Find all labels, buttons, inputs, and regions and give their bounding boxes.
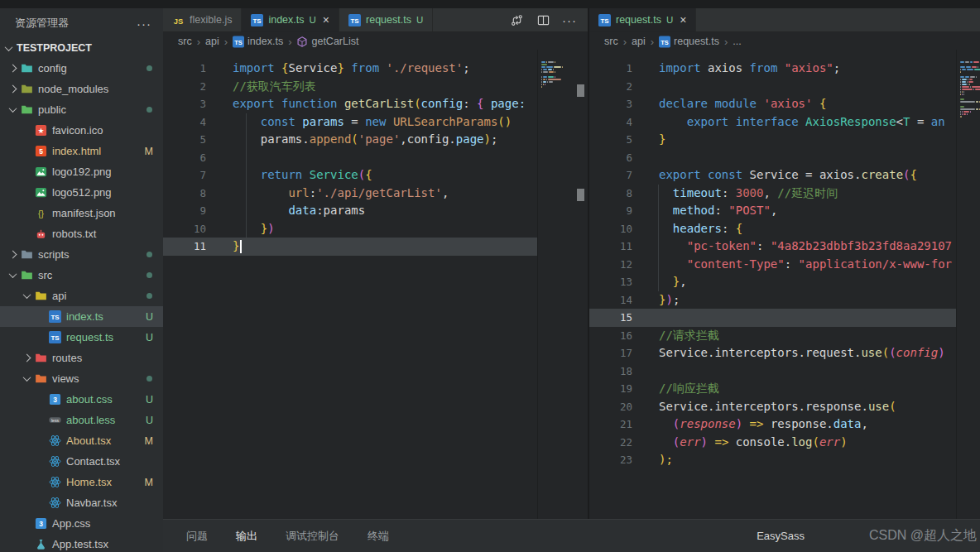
- breadcrumb-item[interactable]: TSindex.ts: [233, 36, 283, 47]
- code-text: import {Service} from './request';: [221, 60, 470, 78]
- breadcrumb-item[interactable]: api: [632, 36, 646, 47]
- code-line[interactable]: 5}: [589, 131, 957, 149]
- minimap-zone-left[interactable]: [537, 50, 588, 520]
- project-root-row[interactable]: TESTPROJECT: [0, 38, 163, 58]
- breadcrumb-item[interactable]: TSrequest.ts: [659, 36, 719, 47]
- tree-item-robots.txt[interactable]: robots.txt: [0, 223, 163, 244]
- code-line[interactable]: 4 export interface AxiosResponse<T = an: [589, 113, 957, 132]
- code-line[interactable]: 2: [589, 78, 957, 96]
- line-number: 6: [589, 151, 647, 164]
- chevron-right-icon: [6, 86, 20, 92]
- tree-item-logo512.png[interactable]: logo512.png: [0, 182, 163, 203]
- html-icon: 5: [34, 145, 47, 158]
- code-line[interactable]: 1import axios from "axios";: [589, 60, 957, 78]
- code-line[interactable]: 13 },: [589, 273, 957, 291]
- breadcrumb-label: api: [205, 36, 219, 47]
- close-icon[interactable]: ×: [323, 13, 329, 26]
- code-line[interactable]: 9 method: "POST",: [589, 202, 957, 220]
- tree-item-Navbar.tsx[interactable]: Navbar.tsx: [0, 492, 163, 513]
- code-line[interactable]: 4 const params = new URLSearchParams(): [163, 113, 538, 132]
- tree-item-manifest.json[interactable]: {}manifest.json: [0, 203, 163, 223]
- breadcrumb-item[interactable]: src: [178, 36, 192, 47]
- tree-item-index.html[interactable]: 5index.htmlM: [0, 141, 163, 161]
- code-editor-right[interactable]: 1import axios from "axios";23declare mod…: [589, 50, 957, 520]
- code-line[interactable]: 11}: [163, 238, 538, 256]
- tree-item-views[interactable]: views: [0, 368, 163, 389]
- tree-item-App.css[interactable]: 3App.css: [0, 513, 163, 534]
- code-line[interactable]: 12 "content-Type": "application/x-www-fo…: [589, 256, 957, 274]
- tree-item-favicon.ico[interactable]: ★favicon.ico: [0, 120, 163, 141]
- code-line[interactable]: 23);: [589, 451, 957, 469]
- code-line[interactable]: 10 headers: {: [589, 220, 957, 238]
- code-line[interactable]: 6: [589, 149, 957, 167]
- code-line[interactable]: 20Service.interceptors.response.use(: [589, 398, 957, 416]
- code-text: export interface AxiosResponse<T = an: [647, 113, 945, 132]
- tree-item-about.css[interactable]: 3about.cssU: [0, 389, 163, 410]
- tree-item-request.ts[interactable]: TSrequest.tsU: [0, 327, 163, 348]
- close-icon[interactable]: ×: [680, 13, 686, 26]
- code-text: headers: {: [647, 220, 742, 238]
- breadcrumb-label: api: [632, 36, 646, 47]
- tree-item-App.test.tsx[interactable]: App.test.tsx: [0, 534, 163, 552]
- code-line[interactable]: 7 return Service({: [163, 166, 538, 185]
- tree-item-scripts[interactable]: scripts: [0, 244, 163, 265]
- tree-item-config[interactable]: config: [0, 58, 163, 79]
- code-line[interactable]: 17Service.interceptors.request.use((conf…: [589, 344, 957, 362]
- overview-ruler-marker: [577, 84, 584, 97]
- git-status-badge: U: [146, 311, 153, 323]
- open-changes-icon[interactable]: [510, 13, 523, 26]
- tree-item-index.ts[interactable]: TSindex.tsU: [0, 306, 163, 327]
- more-actions-icon[interactable]: ···: [563, 13, 576, 26]
- tree-item-node_modules[interactable]: node_modules: [0, 79, 163, 99]
- minimap[interactable]: [960, 61, 980, 118]
- code-line[interactable]: 16//请求拦截: [589, 327, 957, 345]
- code-line[interactable]: 22 (err) => console.log(err): [589, 434, 957, 452]
- code-line[interactable]: 3declare module 'axios' {: [589, 95, 957, 113]
- tree-item-src[interactable]: src: [0, 265, 163, 286]
- tree-item-logo192.png[interactable]: logo192.png: [0, 161, 163, 182]
- panel-tab-输出[interactable]: 输出: [234, 520, 259, 552]
- minimap-zone-right[interactable]: [956, 50, 980, 520]
- tree-item-label: index.html: [52, 145, 101, 157]
- code-line[interactable]: 2//获取汽车列表: [163, 78, 538, 96]
- panel-tab-终端[interactable]: 终端: [366, 520, 391, 552]
- code-line[interactable]: 10 }): [163, 220, 538, 238]
- line-number: 10: [163, 223, 221, 235]
- tree-item-Contact.tsx[interactable]: Contact.tsx: [0, 451, 163, 472]
- code-line[interactable]: 1import {Service} from './request';: [163, 60, 538, 78]
- breadcrumb-item[interactable]: ...: [733, 36, 741, 47]
- output-channel-label[interactable]: EasySass: [757, 530, 805, 542]
- editor-tab-flexible.js[interactable]: JSflexible.js: [163, 8, 242, 31]
- split-editor-icon[interactable]: [536, 13, 550, 26]
- tree-item-Home.tsx[interactable]: Home.tsxM: [0, 472, 163, 492]
- panel-tab-调试控制台[interactable]: 调试控制台: [284, 520, 341, 552]
- editor-tab-request.ts[interactable]: TSrequest.tsU: [339, 8, 433, 31]
- code-line[interactable]: 19//响应拦截: [589, 380, 957, 398]
- editor-tab-request.ts[interactable]: TSrequest.tsU×: [589, 8, 696, 31]
- code-line[interactable]: 6: [163, 149, 538, 167]
- code-line[interactable]: 15: [589, 309, 957, 327]
- breadcrumb-item[interactable]: src: [604, 36, 618, 47]
- panel-tab-问题[interactable]: 问题: [185, 520, 209, 552]
- tree-item-About.tsx[interactable]: About.tsxM: [0, 430, 163, 451]
- code-editor-left[interactable]: 1import {Service} from './request';2//获取…: [163, 50, 538, 520]
- code-line[interactable]: 18: [589, 362, 957, 381]
- code-line[interactable]: 7export const Service = axios.create({: [589, 166, 957, 185]
- editor-tab-index.ts[interactable]: TSindex.tsU×: [242, 8, 339, 31]
- breadcrumb-item[interactable]: api: [205, 36, 219, 47]
- code-line[interactable]: 3export function getCarList(config: { pa…: [163, 95, 538, 113]
- code-line[interactable]: 9 data:params: [163, 202, 538, 220]
- tree-item-api[interactable]: api: [0, 286, 163, 306]
- code-line[interactable]: 8 url:'./api/getCarList',: [163, 185, 538, 203]
- code-line[interactable]: 14});: [589, 291, 957, 310]
- tree-item-routes[interactable]: routes: [0, 348, 163, 368]
- code-line[interactable]: 11 "pc-token": "4a82b23dbbf3b23fd8aa2910…: [589, 238, 957, 256]
- tree-item-public[interactable]: public: [0, 99, 163, 120]
- code-line[interactable]: 8 timeout: 3000, //延迟时间: [589, 185, 957, 203]
- code-line[interactable]: 21 (response) => response.data,: [589, 415, 957, 434]
- minimap[interactable]: [541, 61, 563, 89]
- more-actions-icon[interactable]: ···: [137, 17, 151, 31]
- tree-item-about.less[interactable]: lessabout.lessU: [0, 410, 163, 430]
- breadcrumb-item[interactable]: getCarList: [296, 36, 358, 47]
- code-line[interactable]: 5 params.append('page',config.page);: [163, 131, 538, 149]
